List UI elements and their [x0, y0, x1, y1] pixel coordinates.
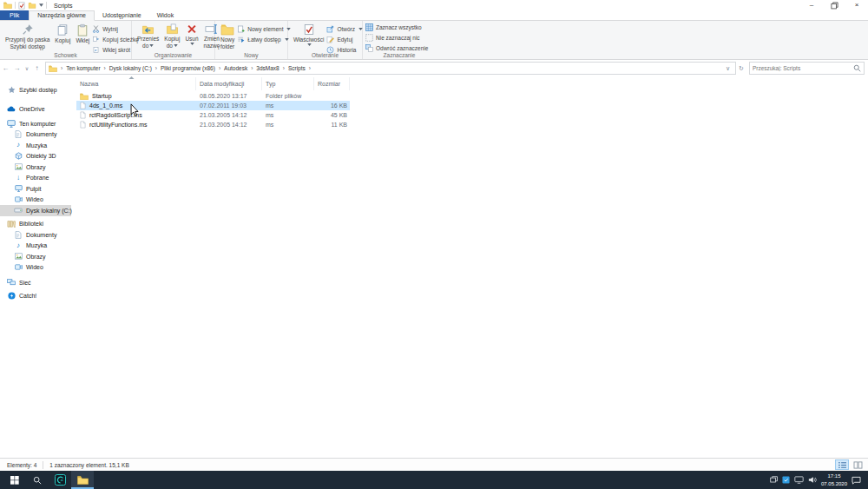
thumbnails-view-button[interactable]	[851, 459, 865, 470]
address-history-dropdown-icon[interactable]: ∨	[723, 65, 733, 72]
document-icon	[14, 130, 23, 138]
tab-share[interactable]: Udostępnianie	[95, 10, 149, 20]
taskbar-file-explorer-button[interactable]	[71, 471, 94, 489]
file-size: 45 KB	[314, 112, 350, 118]
details-view-button[interactable]	[835, 459, 849, 470]
tab-home[interactable]: Narzędzia główne	[29, 10, 95, 21]
copy-button[interactable]: Kopiuj	[52, 22, 73, 44]
sidebar-item-libraries[interactable]: Biblioteki	[0, 219, 71, 230]
address-bar: ← → ∨ ↑ › Ten komputer › Dysk lokalny (C…	[0, 60, 868, 76]
taskbar-search-button[interactable]	[26, 471, 49, 489]
close-button[interactable]: ×	[845, 0, 868, 10]
folder-icon	[80, 93, 89, 100]
qat-customize-dropdown-icon[interactable]	[39, 3, 43, 7]
select-none-icon	[365, 34, 373, 42]
breadcrumb-this-pc[interactable]: Ten komputer	[64, 65, 102, 71]
tray-app-window-icon[interactable]	[770, 476, 778, 484]
action-center-icon[interactable]	[852, 476, 861, 485]
breadcrumb-local-disk[interactable]: Dysk lokalny (C:)	[108, 65, 154, 71]
forward-icon[interactable]: →	[11, 64, 23, 72]
tab-view[interactable]: Widok	[149, 10, 181, 20]
taskbar-clock[interactable]: 17:15 07.05.2020	[821, 472, 847, 486]
open-button[interactable]: Otwórz	[326, 25, 363, 33]
new-item-label: Nowy element	[247, 26, 283, 32]
new-item-button[interactable]: Nowy element	[237, 25, 291, 33]
file-date: 08.05.2020 13:17	[196, 93, 262, 99]
sidebar-item-downloads[interactable]: ↓ Pobrane	[0, 173, 71, 184]
network-icon	[7, 279, 16, 286]
tab-file[interactable]: Plik	[0, 10, 29, 20]
file-row-utility[interactable]: rctUtilityFunctions.ms 21.03.2005 14:12 …	[76, 120, 350, 129]
minimize-button[interactable]: –	[800, 0, 823, 10]
sidebar-item-desktop[interactable]: Pulpit	[0, 183, 71, 195]
delete-button[interactable]: Usuń	[182, 22, 201, 46]
refresh-icon[interactable]: ↻	[736, 65, 746, 72]
sidebar-label: Dokumenty	[26, 131, 56, 137]
sidebar-item-pictures[interactable]: Obrazy	[0, 162, 71, 173]
file-icon	[80, 121, 86, 129]
group-label-new: Nowy	[215, 52, 287, 58]
file-name: Startup	[92, 93, 112, 99]
column-header-size[interactable]: Rozmiar	[314, 77, 350, 90]
video-camera-icon	[14, 264, 23, 270]
back-icon[interactable]: ←	[0, 64, 11, 72]
sidebar-item-lib-music[interactable]: ♪ Muzyka	[0, 241, 71, 252]
edit-button[interactable]: Edytuj	[326, 36, 363, 43]
sidebar-item-network[interactable]: Sieć	[0, 277, 71, 288]
sidebar-item-music[interactable]: ♪ Muzyka	[0, 140, 71, 151]
new-folder-button[interactable]: Nowy folder	[218, 22, 237, 50]
column-header-name[interactable]: Nazwa	[76, 77, 196, 90]
copy-to-button[interactable]: Kopiuj do	[161, 22, 182, 50]
column-header-date-modified[interactable]: Data modyfikacji	[196, 77, 262, 90]
paste-button[interactable]: Wklej	[73, 22, 92, 44]
file-row-4ds-selected[interactable]: 4ds_1_0.ms 07.02.2011 19:03 ms 16 KB	[76, 101, 350, 110]
tray-volume-icon[interactable]	[808, 476, 817, 484]
breadcrumb-autodesk[interactable]: Autodesk	[222, 65, 249, 71]
delete-icon	[187, 23, 197, 35]
pin-to-quick-access-button[interactable]: Przypnij do paska Szybki dostęp	[3, 22, 52, 50]
sidebar-item-catch[interactable]: Catch!	[0, 291, 71, 302]
breadcrumb-3dsmax[interactable]: 3dsMax8	[254, 65, 280, 71]
sidebar-label: Obrazy	[26, 164, 46, 170]
sidebar-label: Muzyka	[26, 142, 47, 149]
sidebar-item-local-disk-c[interactable]: Dysk lokalny (C:)	[0, 205, 71, 216]
tray-network-icon[interactable]	[794, 476, 804, 484]
restore-button[interactable]	[823, 0, 845, 10]
copy-icon	[56, 23, 69, 36]
breadcrumb-scripts[interactable]: Scripts	[286, 65, 307, 71]
sidebar-item-this-pc[interactable]: Ten komputer	[0, 118, 71, 129]
file-icon	[80, 111, 86, 119]
file-row-ragdoll[interactable]: rctRagdollScript.ms 21.03.2005 14:12 ms …	[76, 110, 350, 120]
mouse-cursor	[130, 103, 140, 117]
breadcrumb-program-files[interactable]: Pliki programów (x86)	[159, 65, 217, 71]
select-all-button[interactable]: Zaznacz wszystko	[365, 23, 428, 31]
breadcrumb[interactable]: › Ten komputer › Dysk lokalny (C:) › Pli…	[45, 62, 736, 75]
start-button[interactable]	[3, 471, 26, 489]
move-to-button[interactable]: Przenieś do	[135, 22, 161, 50]
sidebar-item-lib-videos[interactable]: Wideo	[0, 262, 71, 274]
recent-locations-dropdown-icon[interactable]: ∨	[23, 65, 31, 71]
taskbar-g-app-button[interactable]	[49, 471, 71, 489]
sidebar-item-documents[interactable]: Dokumenty	[0, 129, 71, 141]
search-icon[interactable]	[853, 64, 861, 72]
select-all-icon	[365, 23, 373, 31]
up-icon[interactable]: ↑	[31, 64, 43, 72]
file-row-startup[interactable]: Startup 08.05.2020 13:17 Folder plików	[76, 91, 350, 101]
search-input[interactable]	[753, 65, 853, 71]
tray-blue-app-icon[interactable]	[782, 476, 790, 484]
sidebar-item-onedrive[interactable]: OneDrive	[0, 104, 71, 116]
invert-selection-button[interactable]: Odwróć zaznaczenie	[365, 44, 428, 52]
sidebar-item-lib-documents[interactable]: Dokumenty	[0, 229, 71, 241]
ribbon: Przypnij do paska Szybki dostęp Kopiuj W…	[0, 21, 868, 60]
properties-button[interactable]: Właściwości	[291, 22, 326, 47]
sidebar-item-quick-access[interactable]: Szybki dostęp	[0, 84, 71, 96]
qat-properties-icon[interactable]	[18, 2, 25, 10]
sidebar-label: Wideo	[26, 196, 43, 202]
sidebar-item-lib-pictures[interactable]: Obrazy	[0, 251, 71, 262]
easy-access-button[interactable]: Łatwy dostęp	[237, 36, 291, 43]
sidebar-item-videos[interactable]: Wideo	[0, 195, 71, 206]
select-none-button[interactable]: Nie zaznaczaj nic	[365, 34, 428, 42]
column-header-type[interactable]: Typ	[262, 77, 314, 90]
sidebar-item-3d-objects[interactable]: Obiekty 3D	[0, 151, 71, 162]
qat-new-folder-icon[interactable]	[28, 2, 36, 9]
